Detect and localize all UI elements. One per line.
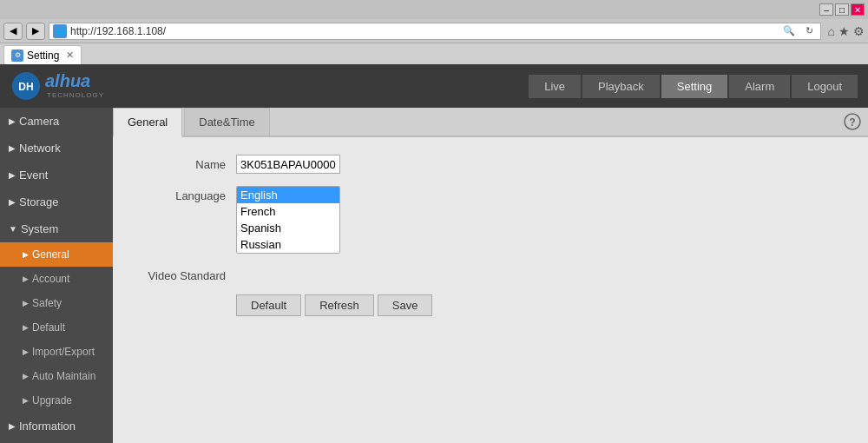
logo-area: DH alhua TECHNOLOGY bbox=[10, 70, 104, 102]
import-export-arrow-icon: ▶ bbox=[23, 347, 29, 356]
browser-titlebar: – □ ✕ bbox=[0, 0, 868, 19]
sidebar-item-account[interactable]: ▶ Account bbox=[0, 267, 113, 291]
event-arrow-icon: ▶ bbox=[9, 170, 16, 180]
brand-name: alhua bbox=[45, 71, 104, 91]
minimize-button[interactable]: – bbox=[819, 3, 833, 16]
home-icon[interactable]: ⌂ bbox=[828, 24, 835, 38]
tab-datetime[interactable]: Date&Time bbox=[184, 108, 270, 136]
search-button[interactable]: 🔍 bbox=[779, 25, 799, 36]
browser-bookmarks: ⌂ ★ ⚙ bbox=[828, 24, 865, 38]
save-button[interactable]: Save bbox=[378, 294, 433, 316]
system-arrow-icon: ▼ bbox=[9, 224, 17, 234]
storage-arrow-icon: ▶ bbox=[9, 197, 16, 207]
upgrade-arrow-icon: ▶ bbox=[23, 396, 29, 405]
forward-button[interactable]: ▶ bbox=[26, 23, 45, 40]
sidebar-event-label: Event bbox=[19, 169, 48, 182]
sidebar-network-label: Network bbox=[19, 142, 61, 155]
sidebar-general-label: General bbox=[32, 248, 69, 261]
sidebar-category-camera[interactable]: ▶ Camera bbox=[0, 108, 113, 135]
sidebar-information-label: Information bbox=[19, 420, 76, 433]
sidebar-item-general[interactable]: ▶ General bbox=[0, 242, 113, 267]
form-buttons: Default Refresh Save bbox=[236, 294, 851, 316]
nav-setting[interactable]: Setting bbox=[661, 75, 727, 98]
tab-close-button[interactable]: ✕ bbox=[66, 50, 74, 61]
sidebar-account-label: Account bbox=[32, 273, 69, 285]
browser-refresh-button[interactable]: ↻ bbox=[802, 25, 817, 36]
tab-favicon: ⚙ bbox=[11, 50, 23, 62]
sidebar-item-default[interactable]: ▶ Default bbox=[0, 315, 113, 340]
safety-arrow-icon: ▶ bbox=[23, 299, 29, 307]
settings-icon[interactable]: ⚙ bbox=[853, 24, 865, 38]
name-label: Name bbox=[130, 155, 226, 171]
sidebar-item-import-export[interactable]: ▶ Import/Export bbox=[0, 340, 113, 364]
nav-live[interactable]: Live bbox=[529, 75, 581, 98]
sidebar-category-network[interactable]: ▶ Network bbox=[0, 135, 113, 162]
language-label: Language bbox=[130, 186, 226, 202]
app-wrapper: DH alhua TECHNOLOGY Live Playback Settin… bbox=[0, 64, 868, 443]
tab-title: Setting bbox=[27, 50, 59, 62]
form-row-name: Name bbox=[130, 155, 851, 174]
sidebar-upgrade-label: Upgrade bbox=[32, 394, 72, 407]
main-area: ▶ Camera ▶ Network ▶ Event ▶ Storage ▼ S… bbox=[0, 108, 868, 443]
language-option-spanish[interactable]: Spanish bbox=[237, 220, 339, 236]
form-row-language: Language English French Spanish Russian bbox=[130, 186, 851, 254]
maximize-button[interactable]: □ bbox=[835, 3, 849, 16]
browser-tab-setting[interactable]: ⚙ Setting ✕ bbox=[3, 45, 82, 64]
name-input[interactable] bbox=[236, 155, 340, 174]
brand-subtitle: TECHNOLOGY bbox=[47, 91, 104, 101]
help-icon: ? bbox=[844, 113, 861, 130]
default-arrow-icon: ▶ bbox=[23, 323, 29, 332]
sidebar-category-storage[interactable]: ▶ Storage bbox=[0, 188, 113, 215]
browser-tab-bar: ⚙ Setting ✕ bbox=[0, 43, 868, 64]
star-icon[interactable]: ★ bbox=[838, 24, 850, 38]
sidebar-category-system[interactable]: ▼ System bbox=[0, 215, 113, 242]
browser-toolbar: ◀ ▶ 🌐 http://192.168.1.108/ 🔍 ↻ ⌂ ★ ⚙ bbox=[0, 19, 868, 43]
address-text: http://192.168.1.108/ bbox=[70, 25, 776, 37]
sidebar-item-upgrade[interactable]: ▶ Upgrade bbox=[0, 388, 113, 413]
language-option-french[interactable]: French bbox=[237, 203, 339, 220]
panel-content: Name Language English French Spanish Rus… bbox=[113, 137, 868, 334]
sidebar-auto-maintain-label: Auto Maintain bbox=[32, 370, 95, 382]
sidebar-safety-label: Safety bbox=[32, 297, 62, 309]
sidebar-category-information[interactable]: ▶ Information bbox=[0, 413, 113, 440]
auto-maintain-arrow-icon: ▶ bbox=[23, 372, 29, 380]
close-button[interactable]: ✕ bbox=[851, 3, 865, 16]
account-arrow-icon: ▶ bbox=[23, 274, 29, 283]
app-header: DH alhua TECHNOLOGY Live Playback Settin… bbox=[0, 64, 868, 108]
svg-text:DH: DH bbox=[18, 81, 33, 93]
general-arrow-icon: ▶ bbox=[23, 250, 29, 259]
default-button[interactable]: Default bbox=[236, 294, 301, 316]
network-arrow-icon: ▶ bbox=[9, 143, 16, 153]
sidebar-category-event[interactable]: ▶ Event bbox=[0, 162, 113, 188]
sidebar-system-label: System bbox=[21, 222, 58, 235]
nav-alarm[interactable]: Alarm bbox=[729, 75, 790, 98]
sidebar-item-auto-maintain[interactable]: ▶ Auto Maintain bbox=[0, 364, 113, 388]
address-bar[interactable]: 🌐 http://192.168.1.108/ 🔍 ↻ bbox=[49, 23, 821, 40]
sidebar-default-label: Default bbox=[32, 321, 65, 334]
sidebar: ▶ Camera ▶ Network ▶ Event ▶ Storage ▼ S… bbox=[0, 108, 113, 443]
sidebar-item-safety[interactable]: ▶ Safety bbox=[0, 291, 113, 315]
help-button[interactable]: ? bbox=[837, 108, 868, 136]
back-button[interactable]: ◀ bbox=[3, 23, 23, 40]
sidebar-camera-label: Camera bbox=[19, 115, 59, 128]
sidebar-import-export-label: Import/Export bbox=[32, 346, 95, 358]
language-option-russian[interactable]: Russian bbox=[237, 236, 339, 253]
svg-text:?: ? bbox=[849, 116, 855, 129]
form-row-video-standard: Video Standard bbox=[130, 266, 851, 282]
address-icon: 🌐 bbox=[53, 24, 67, 38]
language-select[interactable]: English French Spanish Russian bbox=[236, 186, 340, 254]
language-option-english[interactable]: English bbox=[237, 187, 339, 203]
header-navigation: Live Playback Setting Alarm Logout bbox=[529, 75, 858, 98]
nav-playback[interactable]: Playback bbox=[582, 75, 660, 98]
panel-tabs: General Date&Time ? bbox=[113, 108, 868, 137]
nav-logout[interactable]: Logout bbox=[792, 75, 858, 98]
logo-icon: DH bbox=[10, 70, 42, 102]
sidebar-storage-label: Storage bbox=[19, 195, 59, 208]
video-standard-label: Video Standard bbox=[130, 266, 226, 282]
camera-arrow-icon: ▶ bbox=[9, 116, 16, 126]
refresh-button[interactable]: Refresh bbox=[305, 294, 374, 316]
information-arrow-icon: ▶ bbox=[9, 421, 16, 431]
tab-general[interactable]: General bbox=[113, 108, 182, 137]
content-panel: General Date&Time ? Name Language bbox=[113, 108, 868, 443]
